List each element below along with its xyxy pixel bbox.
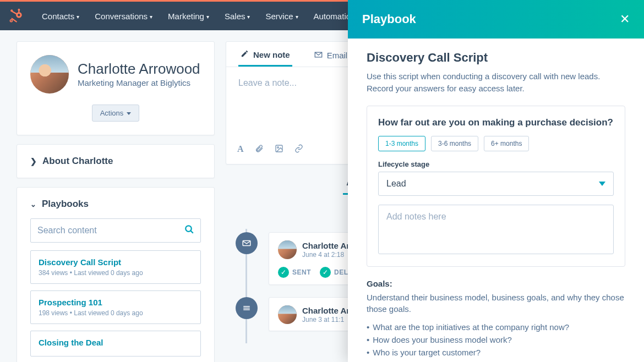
playbook-item[interactable]: Prospecting 101 198 views • Last viewed … — [30, 290, 201, 324]
goals-heading: Goals: — [367, 279, 625, 288]
contact-header-card: Charlotte Arrowood Marketing Manager at … — [17, 41, 215, 135]
playbook-description: Use this script when conducting a discov… — [367, 70, 625, 95]
chevron-down-icon: ▾ — [247, 14, 250, 20]
playbook-title: Discovery Call Script — [367, 51, 625, 65]
mail-icon — [314, 51, 323, 61]
nav-sales[interactable]: Sales▾ — [217, 2, 258, 30]
chevron-right-icon: ❯ — [30, 157, 37, 166]
font-icon[interactable]: A — [237, 144, 244, 155]
contact-name: Charlotte Arrowood — [78, 61, 200, 78]
bullet-item: How does your business model work? — [367, 335, 625, 344]
about-section-toggle[interactable]: ❯ About Charlotte — [17, 144, 215, 178]
chevron-down-icon: ▾ — [296, 14, 298, 20]
tab-new-note[interactable]: New note — [238, 50, 292, 67]
playbook-item-title: Closing the Deal — [39, 338, 193, 347]
lifecycle-value: Lead — [386, 179, 406, 189]
playbooks-title: Playbooks — [42, 199, 89, 210]
chevron-down-icon: ▾ — [150, 14, 152, 20]
attachment-icon[interactable] — [255, 144, 264, 155]
playbook-item-title: Discovery Call Script — [39, 257, 193, 267]
playbook-panel: Playbook ✕ Discovery Call Script Use thi… — [348, 0, 644, 362]
panel-header-title: Playbook — [362, 12, 416, 26]
playbook-item-meta: 198 views • Last viewed 0 days ago — [39, 309, 193, 317]
nav-conversations[interactable]: Conversations▾ — [87, 2, 160, 30]
chip-option[interactable]: 1-3 months — [378, 136, 425, 151]
lifecycle-select[interactable]: Lead — [378, 172, 614, 196]
playbook-item-title: Prospecting 101 — [39, 298, 193, 307]
check-icon: ✓ — [320, 267, 331, 278]
playbooks-sidebar-card: ⌄ Playbooks Discovery Call Script 384 vi… — [17, 187, 215, 362]
svg-line-9 — [190, 231, 193, 233]
svg-point-5 — [10, 20, 12, 22]
playbook-item[interactable]: Closing the Deal — [30, 331, 201, 356]
caret-down-icon — [127, 112, 131, 115]
notes-placeholder: Add notes here — [386, 212, 446, 221]
chip-option[interactable]: 3-6 months — [431, 136, 478, 151]
contact-subtitle: Marketing Manager at Biglytics — [78, 78, 200, 87]
close-icon[interactable]: ✕ — [620, 12, 630, 26]
svg-point-8 — [185, 226, 192, 232]
status-badge: SENT — [292, 268, 311, 276]
goals-bullets: What are the top initiatives at the comp… — [367, 322, 625, 357]
chevron-down-icon: ▾ — [77, 14, 79, 20]
playbook-item-meta: 384 views • Last viewed 0 days ago — [39, 269, 193, 277]
mail-bullet-icon — [236, 232, 258, 254]
nav-marketing[interactable]: Marketing▾ — [160, 2, 217, 30]
tab-label: New note — [253, 50, 290, 59]
goals-text: Understand their business model, busines… — [367, 292, 625, 315]
nav-contacts[interactable]: Contacts▾ — [34, 2, 87, 30]
lifecycle-label: Lifecycle stage — [378, 160, 614, 168]
search-icon[interactable] — [184, 224, 194, 237]
chevron-down-icon: ▾ — [206, 14, 209, 20]
tab-email[interactable]: Email — [312, 50, 350, 67]
caret-down-icon — [599, 182, 605, 186]
tab-label: Email — [327, 51, 348, 60]
playbook-item[interactable]: Discovery Call Script 384 views • Last v… — [30, 250, 201, 284]
avatar — [278, 240, 297, 259]
note-bullet-icon — [236, 297, 258, 319]
pencil-icon — [241, 50, 249, 59]
image-icon[interactable] — [275, 144, 283, 155]
question-card: How far out are you on making a purchase… — [367, 106, 625, 267]
link-icon[interactable] — [294, 144, 303, 155]
panel-header: Playbook ✕ — [348, 0, 644, 39]
nav-service[interactable]: Service▾ — [258, 2, 305, 30]
playbooks-section-toggle[interactable]: ⌄ Playbooks — [30, 199, 201, 210]
svg-point-3 — [18, 9, 20, 11]
playbooks-search-input[interactable] — [30, 218, 201, 243]
note-placeholder: Leave a note... — [238, 78, 297, 87]
svg-point-11 — [277, 147, 279, 149]
actions-button[interactable]: Actions — [92, 105, 140, 122]
svg-point-1 — [18, 14, 20, 16]
bullet-item: Who is your target customer? — [367, 348, 625, 357]
notes-textarea[interactable]: Add notes here — [378, 205, 614, 254]
contact-avatar — [30, 55, 69, 94]
check-icon: ✓ — [278, 267, 289, 278]
about-label: About Charlotte — [42, 156, 113, 167]
bullet-item: What are the top initiatives at the comp… — [367, 322, 625, 332]
question-text: How far out are you on making a purchase… — [378, 117, 614, 128]
avatar — [278, 305, 297, 324]
chevron-down-icon: ⌄ — [30, 200, 36, 209]
svg-point-7 — [10, 9, 13, 12]
chip-option[interactable]: 6+ months — [484, 136, 529, 151]
hubspot-logo-icon — [9, 8, 24, 24]
